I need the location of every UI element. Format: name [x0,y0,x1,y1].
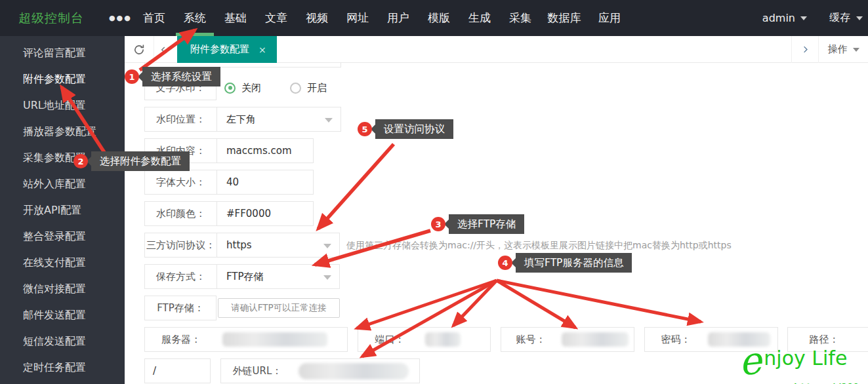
tab-label: 附件参数配置 [190,43,249,56]
field-ftp-storage-label-box: FTP存储： [144,296,217,320]
radio-on[interactable] [290,83,301,94]
topbar-right: admin 缓存 [762,0,863,36]
field-server: 服务器： [144,327,348,352]
step-tooltip-2: 选择附件参数配置 [91,151,190,171]
sidebar-item-email-config[interactable]: 邮件发送配置 [0,302,125,328]
cache-menu[interactable]: 缓存 [829,11,863,25]
field-port: 端口： [358,327,491,352]
field-label: 密码： [645,328,707,351]
chevron-down-icon [325,118,333,123]
port-input-redacted[interactable] [425,332,461,347]
field-label: FTP存储： [145,296,216,320]
logo-watermark: enjoy Life https://298.name [739,342,868,384]
nav-item-template[interactable]: 模版 [419,0,459,36]
logo-initial: e [737,341,763,381]
field-label: 端口： [358,328,421,351]
step-tooltip-3: 选择FTP存储 [449,214,524,234]
tab-bar: 附件参数配置 × 操作 [125,36,868,63]
sidebar-item-offsite-config[interactable]: 站外入库配置 [0,171,125,197]
nav-item-generate[interactable]: 生成 [459,0,500,36]
field-label: 水印位置： [145,107,217,131]
refresh-icon[interactable] [125,36,154,63]
field-label: 水印颜色： [145,202,217,225]
sidebar-item-openapi-config[interactable]: 开放API配置 [0,197,125,223]
nav-item-system[interactable]: 系统 [175,0,215,36]
cache-label: 缓存 [829,11,850,25]
step-badge-4: 4 [498,256,512,270]
ftp-test-button[interactable]: 请确认FTP可以正常连接 [218,298,340,318]
field-label: 保存方式： [145,265,217,288]
field-root-path: / [144,358,211,383]
nav-item-website[interactable]: 网址 [337,0,378,36]
field-account: 账号： [501,327,634,352]
nav-item-article[interactable]: 文章 [256,0,297,36]
nav-item-video[interactable]: 视频 [297,0,337,36]
sidebar-item-comment-config[interactable]: 评论留言配置 [0,40,125,66]
field-font-size: 字体大小： 40 [144,170,314,195]
account-input-redacted[interactable] [562,332,629,347]
chevron-down-icon [856,16,863,20]
watermark-toggle-radio-group: 关闭 开启 [224,75,327,100]
chevron-right-icon[interactable] [791,36,819,63]
step-tooltip-5: 设置访问协议 [375,119,453,139]
top-navigation: 首页 系统 基础 文章 视频 网址 用户 模版 生成 采集 数据库 应用 [134,0,631,36]
ext-url-input-redacted[interactable] [299,363,409,379]
field-label: 字体大小： [145,170,217,194]
watermark-position-select[interactable]: 左下角 [217,107,341,131]
sidebar-item-attachment-config[interactable]: 附件参数配置 [0,66,125,92]
radio-on-label: 开启 [307,82,327,94]
nav-item-user[interactable]: 用户 [378,0,419,36]
nav-item-basic[interactable]: 基础 [215,0,256,36]
nav-item-database[interactable]: 数据库 [541,0,588,36]
chevron-down-icon [323,244,331,248]
sidebar-item-wechat-config[interactable]: 微信对接配置 [0,276,125,302]
step-badge-1: 1 [125,69,139,84]
radio-off-label: 关闭 [241,82,261,94]
sidebar-item-login-config[interactable]: 整合登录配置 [0,223,125,250]
root-path-input[interactable]: / [145,359,210,383]
step-badge-5: 5 [358,122,372,136]
username: admin [762,12,795,24]
sidebar-item-sms-config[interactable]: 短信发送配置 [0,328,125,355]
protocol-select[interactable]: https [217,233,339,257]
sidebar-item-player-config[interactable]: 播放器参数配置 [0,119,125,145]
nav-item-app[interactable]: 应用 [588,0,631,36]
field-label: 三方访问协议： [145,233,217,257]
watermark-color-input[interactable]: #FF0000 [217,202,313,225]
field-label: 服务器： [145,328,217,351]
field-save-mode: 保存方式： FTP存储 [144,264,340,289]
sidebar-item-payment-config[interactable]: 在线支付配置 [0,250,125,276]
chevron-down-icon [853,48,859,52]
tab-attachment-config[interactable]: 附件参数配置 × [177,36,277,63]
sidebar-item-url-config[interactable]: URL地址配置 [0,92,125,119]
brand-title: 超级控制台 [18,0,84,36]
server-input-redacted[interactable] [222,332,327,347]
close-icon[interactable]: × [258,45,266,55]
user-menu[interactable]: admin [762,12,807,24]
sidebar: 评论留言配置 附件参数配置 URL地址配置 播放器参数配置 采集参数配置 站外入… [0,36,125,384]
step-tooltip-1: 选择系统设置 [142,67,220,86]
font-size-input[interactable]: 40 [217,170,313,194]
field-label: 账号： [501,328,560,351]
chevron-down-icon [323,275,331,280]
field-watermark-position: 水印位置： 左下角 [144,107,341,132]
save-mode-select[interactable]: FTP存储 [217,265,339,288]
step-tooltip-4: 填写FTP服务器的信息 [516,253,632,273]
nav-item-collect[interactable]: 采集 [500,0,541,36]
field-watermark-color: 水印颜色： #FF0000 [144,201,314,226]
step-badge-3: 3 [431,217,445,231]
radio-off[interactable] [224,83,236,94]
nav-item-home[interactable]: 首页 [134,0,175,36]
chevron-left-icon[interactable] [154,36,172,63]
field-ext-url: 外链URL： [220,358,420,383]
topbar: 超级控制台 ●●● 首页 系统 基础 文章 视频 网址 用户 模版 生成 采集 … [0,0,868,36]
step-badge-2: 2 [73,154,88,168]
tab-operations-menu[interactable]: 操作 [819,36,868,63]
field-protocol: 三方访问协议： https [144,233,340,258]
sidebar-item-cron-config[interactable]: 定时任务配置 [0,355,125,381]
watermark-content-input[interactable]: maccms.com [217,139,313,163]
field-label: 外链URL： [221,359,293,383]
chevron-down-icon [800,16,807,20]
ellipsis-icon[interactable]: ●●● [109,0,132,36]
active-nav-underline [176,33,214,36]
